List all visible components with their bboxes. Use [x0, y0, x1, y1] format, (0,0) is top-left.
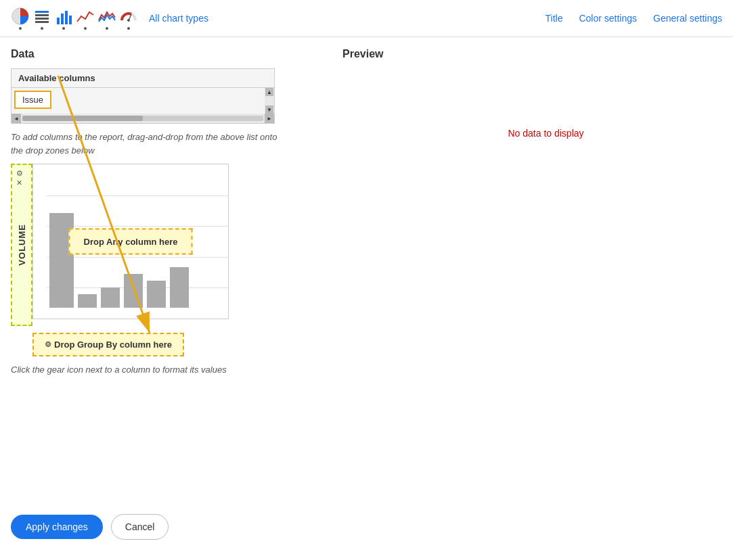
chart-type-icons: [11, 7, 138, 30]
bar-6: [170, 267, 189, 308]
no-data-message: No data to display: [508, 128, 583, 139]
drop-zones-area: ⚙ ✕ Volume: [11, 164, 302, 356]
left-panel: Data Available columns Issue ▲ ▼ ◄ ►: [11, 48, 302, 501]
svg-rect-8: [69, 16, 72, 24]
bar-chart-icon[interactable]: [54, 7, 73, 30]
top-navigation: All chart types Title Color settings Gen…: [0, 0, 733, 37]
cancel-button[interactable]: Cancel: [111, 514, 169, 540]
svg-rect-6: [61, 14, 64, 24]
color-settings-link[interactable]: Color settings: [579, 13, 637, 24]
scroll-down-btn[interactable]: ▼: [265, 106, 273, 114]
svg-rect-5: [57, 18, 60, 24]
column-item-issue[interactable]: Issue: [14, 91, 51, 109]
scroll-up-btn[interactable]: ▲: [265, 88, 273, 96]
bottom-hint-text: Click the gear icon next to a column to …: [11, 365, 302, 375]
pie-chart-icon[interactable]: [11, 7, 30, 30]
volume-remove-icon[interactable]: ✕: [16, 179, 22, 187]
svg-rect-3: [35, 18, 49, 20]
main-content: Data Available columns Issue ▲ ▼ ◄ ►: [0, 37, 733, 501]
right-panel: Preview No data to display: [302, 48, 722, 501]
drop-area-container: ⚙ ✕ Volume: [11, 164, 302, 326]
svg-rect-1: [35, 11, 49, 13]
apply-changes-button[interactable]: Apply changes: [11, 515, 103, 539]
general-settings-link[interactable]: General settings: [653, 13, 722, 24]
volume-drop-zone[interactable]: ⚙ ✕ Volume: [11, 164, 32, 326]
chart-preview-box: Drop Any column here: [32, 164, 229, 319]
drop-group-by-zone[interactable]: ⚙ Drop Group By column here: [32, 333, 184, 356]
bar-2: [78, 294, 97, 308]
group-by-gear-icon[interactable]: ⚙: [45, 340, 51, 349]
bar-4: [124, 274, 143, 308]
preview-title: Preview: [342, 48, 383, 60]
action-bar: Apply changes Cancel: [11, 514, 169, 540]
wave-chart-icon[interactable]: [97, 7, 116, 30]
line-chart-icon[interactable]: [76, 7, 95, 30]
volume-label: Volume: [17, 224, 27, 266]
volume-gear-icon[interactable]: ⚙: [16, 169, 23, 178]
data-section-title: Data: [11, 48, 302, 60]
scroll-right-btn[interactable]: ►: [265, 114, 274, 123]
drag-drop-hint: To add columns to the report, drag-and-d…: [11, 131, 282, 157]
scroll-left-btn[interactable]: ◄: [12, 114, 21, 123]
bar-1: [49, 213, 74, 308]
svg-rect-2: [35, 14, 49, 16]
all-chart-types-link[interactable]: All chart types: [149, 13, 208, 24]
gauge-chart-icon[interactable]: [119, 7, 138, 30]
available-columns-header: Available columns: [12, 69, 274, 88]
title-link[interactable]: Title: [546, 13, 563, 24]
columns-list: Issue ▲ ▼: [12, 88, 274, 114]
nav-right-links: Title Color settings General settings: [546, 13, 722, 24]
drop-group-by-label: Drop Group By column here: [54, 340, 172, 350]
list-chart-icon[interactable]: [32, 7, 51, 30]
bar-3: [101, 287, 120, 308]
svg-rect-7: [65, 11, 68, 24]
available-columns-box: Available columns Issue ▲ ▼ ◄ ►: [11, 68, 275, 124]
drop-any-column-zone[interactable]: Drop Any column here: [69, 229, 193, 255]
bar-5: [147, 281, 166, 308]
horizontal-scrollbar[interactable]: ◄ ►: [12, 114, 274, 123]
svg-rect-4: [35, 21, 49, 23]
